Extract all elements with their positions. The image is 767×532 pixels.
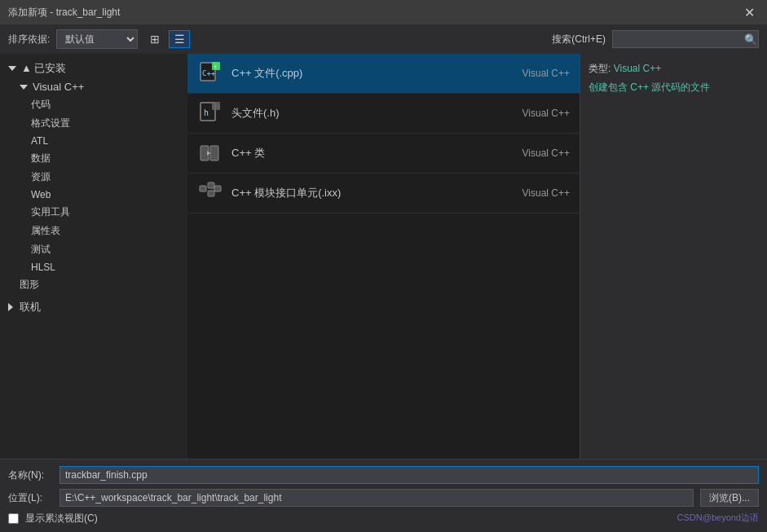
visual-cpp-children: 代码 格式设置 ATL 数据 资源 Web 实用工具 属性表 测试 HLSL	[11, 95, 187, 275]
svg-text:+: +	[214, 64, 217, 70]
svg-rect-12	[208, 182, 214, 188]
cpp-file-icon: C++ +	[197, 60, 223, 86]
close-button[interactable]: ✕	[740, 5, 759, 20]
item-category-class: Visual C++	[522, 147, 570, 159]
online-expand-icon	[8, 303, 13, 311]
svg-rect-6	[212, 102, 220, 110]
sidebar-item-test[interactable]: 测试	[23, 240, 187, 259]
online-header[interactable]: 联机	[0, 297, 187, 317]
svg-text:h: h	[204, 108, 209, 117]
name-input[interactable]	[60, 466, 759, 484]
body-area: ▲ 已安装 Visual C++ 代码 格式设置 ATL 数据 资源 Web 实	[0, 54, 767, 459]
svg-rect-11	[200, 186, 206, 191]
search-icon-button[interactable]: 🔍	[744, 33, 757, 46]
sidebar-item-utility[interactable]: 实用工具	[23, 203, 187, 222]
show-preview-checkbox[interactable]	[8, 513, 19, 524]
svg-rect-13	[208, 191, 214, 196]
grid-view-button[interactable]: ⊞	[144, 30, 165, 48]
location-row: 位置(L): 浏览(B)...	[8, 489, 759, 507]
class-icon	[197, 140, 223, 166]
item-name-class: C++ 类	[231, 146, 522, 160]
sidebar-item-code[interactable]: 代码	[23, 95, 187, 114]
search-wrap: 🔍	[612, 30, 759, 48]
desc-type-label: 类型: Visual C++	[588, 62, 759, 76]
svg-rect-14	[214, 186, 221, 191]
sidebar-item-data[interactable]: 数据	[23, 149, 187, 168]
sidebar-item-resource[interactable]: 资源	[23, 168, 187, 187]
view-toggle: ⊞ ☰	[144, 30, 190, 48]
sidebar-item-atl[interactable]: ATL	[23, 133, 187, 149]
desc-type-prefix: 类型:	[588, 63, 614, 74]
item-category-h: Visual C++	[522, 108, 570, 119]
visual-cpp-expand-icon	[20, 85, 28, 90]
description-panel: 类型: Visual C++ 创建包含 C++ 源代码的文件	[580, 54, 767, 459]
installed-expand-icon	[8, 66, 16, 71]
svg-rect-8	[210, 146, 218, 160]
installed-header[interactable]: ▲ 已安装	[0, 59, 187, 78]
item-row-module[interactable]: C++ 模块接口单元(.ixx) Visual C++	[187, 174, 580, 213]
item-category-module: Visual C++	[522, 187, 570, 199]
title-text: 添加新项 - track_bar_light	[8, 6, 120, 20]
item-name-cpp: C++ 文件(.cpp)	[231, 66, 522, 81]
sidebar: ▲ 已安装 Visual C++ 代码 格式设置 ATL 数据 资源 Web 实	[0, 54, 187, 459]
show-preview-label[interactable]: 显示累淡视图(C)	[25, 512, 98, 525]
sidebar-item-web[interactable]: Web	[23, 187, 187, 203]
visual-cpp-label: Visual C++	[33, 81, 84, 93]
checkbox-row: 显示累淡视图(C)	[8, 512, 759, 525]
search-label: 搜索(Ctrl+E)	[552, 33, 606, 46]
location-input[interactable]	[60, 489, 694, 507]
sort-select[interactable]: 默认值	[56, 29, 138, 49]
dialog-content: 排序依据: 默认值 ⊞ ☰ 搜索(Ctrl+E) 🔍 ▲ 已安装	[0, 24, 767, 532]
module-icon	[197, 180, 223, 206]
online-label: 联机	[20, 300, 41, 314]
items-list: C++ + C++ 文件(.cpp) Visual C++	[187, 54, 580, 459]
item-name-h: 头文件(.h)	[231, 106, 522, 121]
sidebar-item-format[interactable]: 格式设置	[23, 114, 187, 133]
item-name-module: C++ 模块接口单元(.ixx)	[231, 186, 522, 200]
h-file-icon: h	[197, 100, 223, 126]
location-label: 位置(L):	[8, 491, 53, 505]
visual-cpp-header[interactable]: Visual C++	[11, 78, 187, 95]
desc-type-value: Visual C++	[614, 63, 661, 74]
top-toolbar: 排序依据: 默认值 ⊞ ☰ 搜索(Ctrl+E) 🔍	[0, 24, 767, 54]
sidebar-item-property[interactable]: 属性表	[23, 222, 187, 240]
item-category-cpp: Visual C++	[522, 68, 570, 79]
list-view-button[interactable]: ☰	[169, 30, 190, 48]
bottom-area: 名称(N): 位置(L): 浏览(B)... 显示累淡视图(C)	[0, 459, 767, 532]
installed-children: Visual C++ 代码 格式设置 ATL 数据 资源 Web 实用工具 属性…	[0, 78, 187, 294]
svg-text:C++: C++	[202, 69, 216, 77]
sidebar-item-graphics[interactable]: 图形	[11, 275, 187, 294]
search-input[interactable]	[612, 30, 759, 48]
installed-label: ▲ 已安装	[21, 61, 66, 76]
item-row-h[interactable]: h 头文件(.h) Visual C++	[187, 94, 580, 134]
item-row-class[interactable]: C++ 类 Visual C++	[187, 134, 580, 174]
sort-label: 排序依据:	[8, 33, 50, 46]
name-row: 名称(N):	[8, 466, 759, 484]
browse-button[interactable]: 浏览(B)...	[700, 489, 759, 507]
desc-text: 创建包含 C++ 源代码的文件	[588, 81, 759, 95]
middle-panels: C++ + C++ 文件(.cpp) Visual C++	[187, 54, 580, 459]
name-label: 名称(N):	[8, 468, 53, 482]
item-row-cpp[interactable]: C++ + C++ 文件(.cpp) Visual C++	[187, 54, 580, 94]
sidebar-item-hlsl[interactable]: HLSL	[23, 259, 187, 275]
title-bar: 添加新项 - track_bar_light ✕	[0, 0, 767, 24]
